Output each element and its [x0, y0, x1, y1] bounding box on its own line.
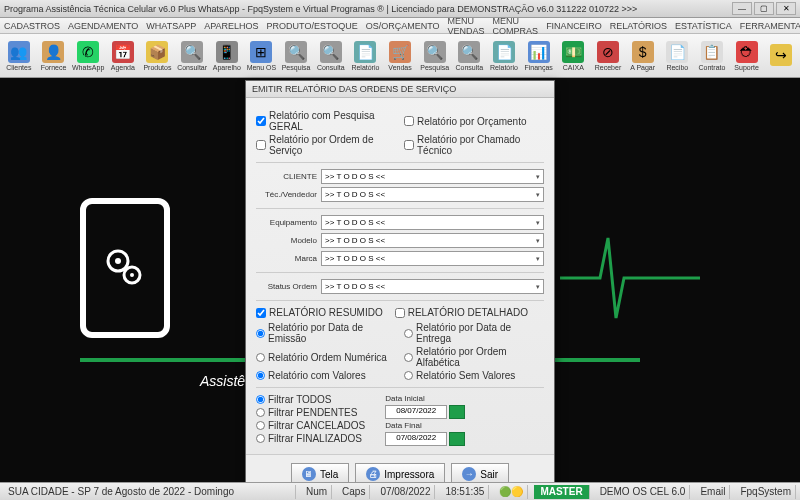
filter-0[interactable]: Filtrar TODOS: [256, 394, 365, 405]
rad-mid-3[interactable]: Relatório por Ordem Alfabética: [404, 346, 544, 368]
rad-mid-1[interactable]: Relatório por Data de Entrega: [404, 322, 544, 344]
rad-mid-2[interactable]: Relatório Ordem Numérica: [256, 346, 396, 368]
menu-bar: CADASTROSAGENDAMENTOWHATSAPPAPARELHOSPRO…: [0, 18, 800, 34]
dialog-title: EMITIR RELATÓRIO DAS ORDENS DE SERVIÇO: [246, 81, 554, 98]
toolbar-caixa[interactable]: 💵CAIXA: [557, 36, 591, 76]
report-dialog: EMITIR RELATÓRIO DAS ORDENS DE SERVIÇO R…: [245, 80, 555, 494]
menu-financeiro[interactable]: FINANCEIRO: [546, 21, 602, 31]
window-titlebar: Programa Assistência Técnica Celular v6.…: [0, 0, 800, 18]
status-email[interactable]: Email: [696, 485, 730, 499]
toolbar-agenda[interactable]: 📅Agenda: [106, 36, 140, 76]
menu-menu vendas[interactable]: MENU VENDAS: [448, 16, 485, 36]
lbl-fields2-2: Marca: [256, 254, 321, 263]
svg-point-2: [115, 258, 121, 264]
toolbar-relatório[interactable]: 📄Relatório: [349, 36, 383, 76]
lbl-fields1-1: Téc./Vendedor: [256, 190, 321, 199]
menu-whatsapp[interactable]: WHATSAPP: [146, 21, 196, 31]
toolbar-contrato[interactable]: 📋Contrato: [695, 36, 729, 76]
status-date: 07/08/2022: [376, 485, 435, 499]
toolbar-consulta[interactable]: 🔍Consulta: [314, 36, 348, 76]
main-toolbar: 👥Clientes👤Fornece✆WhatsApp📅Agenda📦Produt…: [0, 34, 800, 78]
toolbar-consultar[interactable]: 🔍Consultar: [175, 36, 209, 76]
toolbar-receber[interactable]: ⊘Receber: [591, 36, 625, 76]
toolbar-a pagar[interactable]: $A Pagar: [626, 36, 660, 76]
date-initial-input[interactable]: 08/07/2022: [385, 405, 447, 419]
sel-fields1-1[interactable]: >> T O D O S <<: [321, 187, 544, 202]
status-location: SUA CIDADE - SP 7 de Agosto de 2022 - Do…: [4, 485, 296, 499]
status-user: MASTER: [534, 485, 589, 499]
status-capslock: Caps: [338, 485, 370, 499]
toolbar-fornece[interactable]: 👤Fornece: [37, 36, 71, 76]
date-final-label: Data Final: [385, 421, 465, 430]
toolbar-exit[interactable]: ↪: [764, 36, 798, 76]
status-demo: DEMO OS CEL 6.0: [596, 485, 691, 499]
pulse-icon: [560, 218, 700, 338]
lbl-fields2-0: Equipamento: [256, 218, 321, 227]
menu-aparelhos[interactable]: APARELHOS: [204, 21, 258, 31]
toolbar-clientes[interactable]: 👥Clientes: [2, 36, 36, 76]
toolbar-relatório[interactable]: 📄Relatório: [487, 36, 521, 76]
rad-mid-0[interactable]: Relatório por Data de Emissão: [256, 322, 396, 344]
brand-tagline: Assistê: [200, 373, 245, 389]
svg-point-3: [130, 273, 134, 277]
sel-fields2-0[interactable]: >> T O D O S <<: [321, 215, 544, 230]
menu-produto/estoque[interactable]: PRODUTO/ESTOQUE: [267, 21, 358, 31]
menu-menu compras[interactable]: MENU COMPRAS: [493, 16, 539, 36]
toolbar-aparelho[interactable]: 📱Aparelho: [210, 36, 244, 76]
date-final-input[interactable]: 07/08/2022: [385, 432, 447, 446]
toolbar-menu os[interactable]: ⊞Menu OS: [245, 36, 279, 76]
lbl-fields2-1: Modelo: [256, 236, 321, 245]
sel-fields3-0[interactable]: >> T O D O S <<: [321, 279, 544, 294]
toolbar-recibo[interactable]: 📄Recibo: [660, 36, 694, 76]
menu-cadastros[interactable]: CADASTROS: [4, 21, 60, 31]
window-controls: — ▢ ✕: [732, 2, 796, 15]
date-initial-picker[interactable]: [449, 405, 465, 419]
date-final-picker[interactable]: [449, 432, 465, 446]
sel-fields2-1[interactable]: >> T O D O S <<: [321, 233, 544, 248]
toolbar-whatsapp[interactable]: ✆WhatsApp: [71, 36, 105, 76]
sel-fields2-2[interactable]: >> T O D O S <<: [321, 251, 544, 266]
date-initial-label: Data Inicial: [385, 394, 465, 403]
rad-mid-4[interactable]: Relatório com Valores: [256, 370, 396, 381]
menu-estatística[interactable]: ESTATÍSTICA: [675, 21, 732, 31]
chk-mid-0[interactable]: RELATÓRIO RESUMIDO: [256, 307, 383, 318]
chk-top-3[interactable]: Relatório por Chamado Técnico: [404, 134, 544, 156]
close-button[interactable]: ✕: [776, 2, 796, 15]
sel-fields1-0[interactable]: >> T O D O S <<: [321, 169, 544, 184]
chk-mid-1[interactable]: RELATÓRIO DETALHADO: [395, 307, 528, 318]
chk-top-2[interactable]: Relatório por Ordem de Serviço: [256, 134, 396, 156]
menu-os/orçamento[interactable]: OS/ORÇAMENTO: [366, 21, 440, 31]
menu-ferramentas[interactable]: FERRAMENTAS: [740, 21, 800, 31]
status-bar: SUA CIDADE - SP 7 de Agosto de 2022 - Do…: [0, 482, 800, 500]
status-flag: 🟢🟡: [495, 485, 528, 499]
toolbar-produtos[interactable]: 📦Produtos: [141, 36, 175, 76]
chk-top-0[interactable]: Relatório com Pesquisa GERAL: [256, 110, 396, 132]
toolbar-consulta[interactable]: 🔍Consulta: [453, 36, 487, 76]
menu-relatórios[interactable]: RELATÓRIOS: [610, 21, 667, 31]
lbl-fields1-0: CLIENTE: [256, 172, 321, 181]
toolbar-pesquisa[interactable]: 🔍Pesquisa: [279, 36, 313, 76]
rad-mid-5[interactable]: Relatório Sem Valores: [404, 370, 544, 381]
window-title: Programa Assistência Técnica Celular v6.…: [4, 4, 732, 14]
minimize-button[interactable]: —: [732, 2, 752, 15]
filter-3[interactable]: Filtrar FINALIZADOS: [256, 433, 365, 444]
maximize-button[interactable]: ▢: [754, 2, 774, 15]
chk-top-1[interactable]: Relatório por Orçamento: [404, 110, 544, 132]
status-system[interactable]: FpqSystem: [736, 485, 796, 499]
filter-1[interactable]: Filtrar PENDENTES: [256, 407, 365, 418]
phone-icon: [80, 198, 170, 338]
toolbar-pesquisa[interactable]: 🔍Pesquisa: [418, 36, 452, 76]
toolbar-vendas[interactable]: 🛒Vendas: [383, 36, 417, 76]
menu-agendamento[interactable]: AGENDAMENTO: [68, 21, 138, 31]
toolbar-suporte[interactable]: ⛑Suporte: [730, 36, 764, 76]
lbl-fields3-0: Status Ordem: [256, 282, 321, 291]
toolbar-finanças[interactable]: 📊Finanças: [522, 36, 556, 76]
status-time: 18:51:35: [441, 485, 489, 499]
status-numlock: Num: [302, 485, 332, 499]
brand-logo: [80, 198, 170, 338]
filter-2[interactable]: Filtrar CANCELADOS: [256, 420, 365, 431]
